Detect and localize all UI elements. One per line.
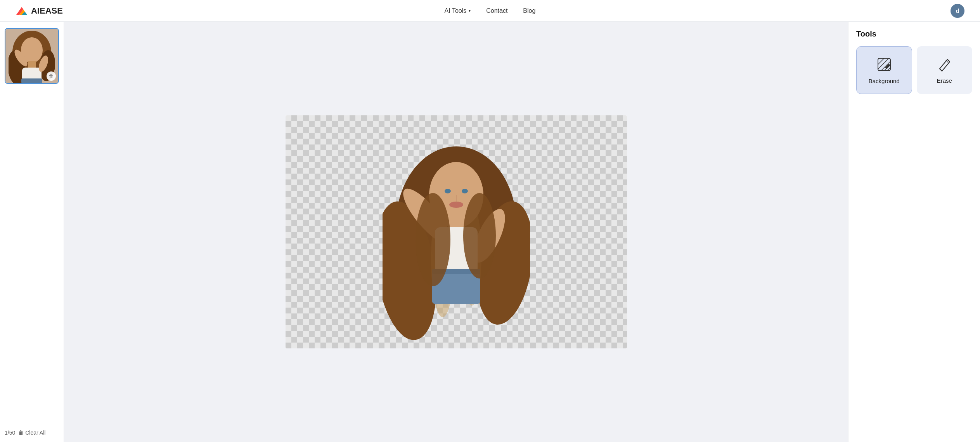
nav-blog[interactable]: Blog: [523, 7, 535, 14]
logo-text: AIEASE: [31, 6, 63, 16]
background-tool-icon: [876, 56, 893, 73]
right-sidebar: Tools: [848, 22, 980, 442]
tool-erase[interactable]: Erase: [917, 46, 973, 94]
tool-background[interactable]: Background: [856, 46, 912, 94]
sidebar-footer: 1/50 🗑 Clear All: [5, 425, 59, 436]
background-icon-svg: [876, 57, 892, 72]
chevron-down-icon: ▾: [469, 9, 471, 13]
svg-point-27: [463, 193, 496, 278]
user-avatar[interactable]: d: [951, 4, 964, 18]
main-nav: AI Tools ▾ Contact Blog: [445, 7, 536, 14]
logo[interactable]: AIEASE: [16, 5, 63, 16]
left-sidebar: 🗑 1/50 🗑 Clear All: [0, 22, 64, 442]
main-layout: 🗑 1/50 🗑 Clear All: [0, 22, 980, 442]
erase-tool-icon: [936, 56, 953, 73]
tools-title: Tools: [856, 30, 972, 38]
background-tool-label: Background: [869, 78, 900, 84]
image-count: 1/50: [5, 430, 15, 436]
erase-tool-label: Erase: [937, 77, 952, 84]
nav-contact[interactable]: Contact: [486, 7, 507, 14]
svg-point-20: [462, 189, 468, 193]
person-svg: [383, 123, 530, 348]
nav-ai-tools[interactable]: AI Tools ▾: [445, 7, 471, 14]
delete-image-button[interactable]: 🗑: [47, 71, 56, 81]
canvas-container: [286, 115, 627, 348]
svg-rect-6: [21, 78, 42, 83]
clear-all-button[interactable]: 🗑 Clear All: [18, 430, 45, 436]
header: AIEASE AI Tools ▾ Contact Blog d: [0, 0, 980, 22]
tools-grid: Background Erase: [856, 46, 972, 94]
person-image: [383, 123, 530, 348]
checkerboard-background: [286, 115, 627, 348]
svg-point-26: [416, 193, 450, 286]
logo-icon: [16, 5, 28, 16]
canvas-area: [64, 22, 848, 442]
trash-icon: 🗑: [18, 430, 24, 436]
svg-point-19: [445, 189, 451, 193]
image-thumbnail[interactable]: 🗑: [5, 28, 59, 84]
erase-icon-svg: [937, 56, 952, 72]
